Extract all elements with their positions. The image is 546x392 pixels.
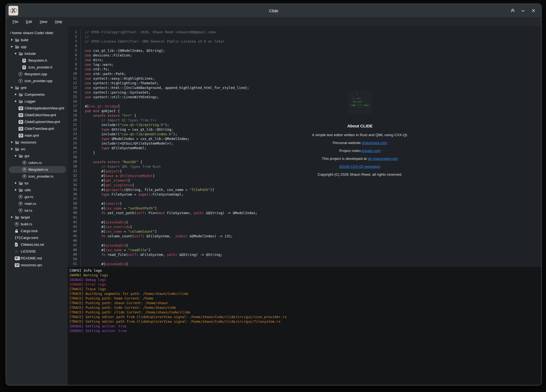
code-line-34[interactable]: 34 #[qml_singleton] (68, 183, 541, 187)
tree-item-label: icon_provider.h (28, 65, 52, 69)
code-line-48[interactable]: 48 #[cxx_name = "readFile"] (68, 248, 541, 252)
tree-expander-right[interactable] (14, 93, 19, 97)
link-knoats-com[interactable]: knoats.com (362, 149, 381, 153)
tree-item-colors-rs[interactable]: Rcolors.rs (9, 159, 66, 166)
code-line-5[interactable]: 5use cxx_qt_lib::{QModelIndex, QString}; (68, 48, 541, 53)
code-line-13[interactable]: 13use syntect::html::{IncludeBackground,… (68, 85, 541, 90)
tree-item-clidetreeview-qml[interactable]: QtClideTreeView.qml (9, 125, 66, 132)
editor-pane[interactable]: 1// SPDX-FileCopyrightText: 2026, Shaun … (68, 26, 541, 385)
tree-item-icon-provider-rs[interactable]: Ricon_provider.rs (9, 173, 66, 180)
code-line-49[interactable]: 49 fn read_file(self: &FileSystem, path:… (68, 252, 541, 257)
code-line-35[interactable]: 35 #[qproperty(QString, file_path, cxx_n… (68, 187, 541, 192)
tree-item-logger[interactable]: Logger (9, 98, 66, 105)
tree-item-resources-qrc[interactable]: Qtresources.qrc (9, 262, 66, 268)
minimize-icon[interactable] (520, 7, 526, 14)
tree-item-components[interactable]: Components (9, 91, 66, 98)
code-line-36[interactable]: 36 type FileSystem = super::FileSystemIm… (68, 192, 541, 197)
menu-help[interactable]: Help (52, 19, 65, 25)
code-line-46[interactable]: 46 (68, 238, 541, 243)
code-line-1[interactable]: 1// SPDX-FileCopyrightText: 2026, Shaun … (68, 30, 541, 34)
code-line-47[interactable]: 47 #[qinvokable] (68, 243, 541, 248)
tree-expander-down[interactable] (10, 45, 15, 49)
tree-item-icon-provider-h[interactable]: Hicon_provider.h (9, 64, 66, 71)
code-line-45[interactable]: 45 fn column_count(self: &FileSystem, _i… (68, 234, 541, 238)
tree-expander-right[interactable] (14, 100, 19, 103)
about-text-line: Copyright (C) 2026 Shaun Reed, all right… (282, 172, 438, 177)
tree-item-build[interactable]: build (9, 37, 66, 43)
rust-file-icon: R (22, 167, 26, 172)
toml-file-icon: [T] (15, 236, 21, 240)
tree-item-cmakelists-txt[interactable]: CMakeLists.txt (9, 241, 66, 248)
tree-expander-right[interactable] (10, 216, 15, 219)
tree-item-filesystem-h[interactable]: Hfilesystem.h (9, 57, 66, 64)
tree-item-readme-md[interactable]: M↓README.md (9, 255, 66, 262)
tree-expander-down[interactable] (10, 147, 15, 151)
code-line-4[interactable]: 4 (68, 44, 541, 48)
tree-item-cargo-lock[interactable]: Cargo.lock (9, 228, 66, 234)
tree-item-filesystem-rs[interactable]: Rfilesystem.rs (9, 166, 66, 173)
code-line-8[interactable]: 8use log::warn; (68, 62, 541, 67)
code-line-39[interactable]: 39 #[cxx_name = "setRootPath"] (68, 206, 541, 211)
tree-item-gui-rs[interactable]: Rgui.rs (9, 193, 66, 200)
tree-item-filesystem-cpp[interactable]: Cfilesystem.cpp (9, 71, 66, 77)
tree-item-label: ClideApplicationView.qml (25, 106, 64, 110)
tree-expander-down[interactable] (10, 86, 15, 90)
tree-expander-none (10, 250, 15, 253)
link-git-shaunreed-com[interactable]: git.shaunreed.com (368, 157, 398, 161)
tree-item-clideapplicationview-qml[interactable]: QtClideApplicationView.qml (9, 105, 66, 112)
code-line-3[interactable]: 3// SPDX-License-Identifier: GNU General… (68, 39, 541, 44)
h-file-icon: H (22, 59, 26, 62)
tree-item-src[interactable]: src (9, 146, 66, 152)
code-line-38[interactable]: 38 #[inherit] (68, 201, 541, 206)
code-line-42[interactable]: 42 #[qinvokable] (68, 220, 541, 225)
tree-item-main-rs[interactable]: Rmain.rs (9, 200, 66, 207)
tree-item-icon-provider-cpp[interactable]: Cicon_provider.cpp (9, 77, 66, 84)
menu-view[interactable]: View (37, 19, 50, 25)
tree-item-cargo-toml[interactable]: [T]Cargo.toml (9, 234, 66, 241)
tree-item-cpp[interactable]: cpp (9, 43, 66, 50)
code-line-51[interactable]: 51 #[qinvokable] (68, 262, 541, 266)
link-kdab-cxx-qt-repository[interactable]: KDAB CXX-Qt repository (339, 164, 380, 169)
menu-file[interactable]: File (10, 19, 21, 25)
code-line-6[interactable]: 6use devicons::FileIcon; (68, 53, 541, 58)
line-number: 51 (68, 262, 77, 266)
tree-item-build-rs[interactable]: Rbuild.rs (9, 221, 66, 228)
tree-item-tui[interactable]: tui (9, 180, 66, 187)
tree-expander-down[interactable] (14, 52, 19, 56)
code-line-40[interactable]: 40 fn set_root_path(self: Pin<&mut FileS… (68, 211, 541, 215)
tree-expander-right[interactable] (10, 38, 15, 42)
tree-item-target[interactable]: target (9, 214, 66, 221)
tree-item-license[interactable]: ☆LICENSE (9, 248, 66, 255)
tree-item-qml[interactable]: qml (9, 84, 66, 91)
close-icon[interactable] (530, 7, 537, 14)
titlebar[interactable]: X Clide (6, 4, 541, 17)
tree-item-main-qml[interactable]: Qtmain.qml (9, 132, 66, 139)
code-line-10[interactable]: 10use std::path::Path; (68, 71, 541, 76)
link-shaunreed-com[interactable]: shaunreed.com (362, 141, 387, 145)
code-line-41[interactable]: 41 (68, 215, 541, 220)
code-line-11[interactable]: 11use syntect::easy::HighlightLines; (68, 76, 541, 81)
code-line-50[interactable]: 50 (68, 257, 541, 262)
code-line-7[interactable]: 7use dirs; (68, 58, 541, 62)
tree-item-resources[interactable]: resources (9, 139, 66, 146)
tree-item-clideeditorview-qml[interactable]: QtClideEditorView.qml (9, 112, 66, 118)
code-line-43[interactable]: 43 #[cxx_override] (68, 225, 541, 229)
tree-item-gui[interactable]: gui (9, 152, 66, 159)
shade-window-icon[interactable] (509, 7, 516, 14)
tree-item-utils[interactable]: utils (9, 187, 66, 193)
menu-edit[interactable]: Edit (23, 19, 35, 25)
tree-expander-down[interactable] (14, 154, 19, 158)
code-line-2[interactable]: 2// (68, 34, 541, 39)
tree-item-include[interactable]: include (9, 50, 66, 57)
code-line-37[interactable]: 37 (68, 197, 541, 201)
tree-item-clideexplorerview-qml[interactable]: QtClideExplorerView.qml (9, 118, 66, 125)
code-line-44[interactable]: 44 #[cxx_name = "columnCount"] (68, 229, 541, 234)
code-line-9[interactable]: 9use std::fs; (68, 67, 541, 71)
tree-expander-right[interactable] (14, 188, 19, 192)
tree-expander-right[interactable] (10, 140, 15, 144)
line-number: 39 (68, 206, 77, 211)
tree-item-tui-rs[interactable]: Rtui.rs (9, 207, 66, 214)
tree-expander-right[interactable] (14, 181, 19, 185)
log-panel[interactable]: [INFO] Info logs[WARN] Warning logs[DEBU… (68, 267, 541, 385)
code-line-12[interactable]: 12use syntect::highlighting::ThemeSet; (68, 81, 541, 85)
